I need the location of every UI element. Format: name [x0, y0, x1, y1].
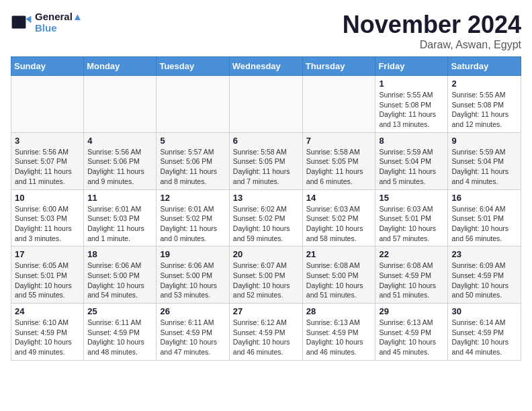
day-info: Sunrise: 6:03 AM Sunset: 5:01 PM Dayligh…: [379, 204, 444, 244]
day-info: Sunrise: 6:11 AM Sunset: 4:59 PM Dayligh…: [160, 318, 225, 357]
week-row-5: 24Sunrise: 6:10 AM Sunset: 4:59 PM Dayli…: [11, 304, 521, 361]
day-info: Sunrise: 6:10 AM Sunset: 4:59 PM Dayligh…: [15, 318, 80, 357]
day-number: 25: [87, 306, 152, 316]
day-info: Sunrise: 6:04 AM Sunset: 5:01 PM Dayligh…: [451, 204, 517, 244]
day-number: 13: [233, 193, 299, 203]
day-cell: 18Sunrise: 6:06 AM Sunset: 5:00 PM Dayli…: [84, 246, 157, 304]
day-number: 7: [306, 136, 372, 146]
day-number: 24: [15, 306, 80, 316]
day-info: Sunrise: 6:06 AM Sunset: 5:00 PM Dayligh…: [87, 261, 152, 300]
week-row-2: 3Sunrise: 5:56 AM Sunset: 5:07 PM Daylig…: [11, 132, 521, 189]
day-number: 21: [306, 249, 372, 259]
day-cell: 15Sunrise: 6:03 AM Sunset: 5:01 PM Dayli…: [375, 189, 448, 246]
day-cell: 16Sunrise: 6:04 AM Sunset: 5:01 PM Dayli…: [448, 189, 521, 246]
day-info: Sunrise: 5:58 AM Sunset: 5:05 PM Dayligh…: [306, 147, 372, 187]
svg-rect-0: [12, 15, 26, 28]
day-cell: 12Sunrise: 6:01 AM Sunset: 5:02 PM Dayli…: [157, 189, 229, 246]
day-number: 19: [160, 249, 225, 259]
day-cell: [84, 76, 157, 133]
day-number: 6: [233, 136, 299, 146]
column-header-monday: Monday: [84, 57, 157, 76]
day-info: Sunrise: 5:55 AM Sunset: 5:08 PM Dayligh…: [451, 90, 517, 130]
column-header-wednesday: Wednesday: [229, 57, 302, 76]
day-info: Sunrise: 6:08 AM Sunset: 4:59 PM Dayligh…: [379, 261, 444, 300]
day-cell: 26Sunrise: 6:11 AM Sunset: 4:59 PM Dayli…: [157, 304, 229, 361]
day-number: 15: [379, 193, 444, 203]
day-cell: [229, 76, 302, 133]
logo-text: General▲ Blue: [35, 11, 83, 34]
day-number: 9: [451, 136, 517, 146]
column-header-saturday: Saturday: [448, 57, 521, 76]
day-info: Sunrise: 6:13 AM Sunset: 4:59 PM Dayligh…: [379, 318, 444, 357]
day-info: Sunrise: 5:56 AM Sunset: 5:07 PM Dayligh…: [15, 147, 80, 187]
day-info: Sunrise: 6:14 AM Sunset: 4:59 PM Dayligh…: [451, 318, 517, 357]
day-cell: 2Sunrise: 5:55 AM Sunset: 5:08 PM Daylig…: [448, 76, 521, 133]
day-cell: 23Sunrise: 6:09 AM Sunset: 4:59 PM Dayli…: [448, 246, 521, 304]
month-title: November 2024: [343, 11, 521, 39]
day-number: 10: [15, 193, 80, 203]
day-number: 8: [379, 136, 444, 146]
day-number: 5: [160, 136, 225, 146]
day-info: Sunrise: 6:02 AM Sunset: 5:02 PM Dayligh…: [233, 204, 299, 244]
week-row-3: 10Sunrise: 6:00 AM Sunset: 5:03 PM Dayli…: [11, 189, 521, 246]
day-number: 14: [306, 193, 372, 203]
day-number: 29: [379, 306, 444, 316]
day-info: Sunrise: 5:59 AM Sunset: 5:04 PM Dayligh…: [451, 147, 517, 187]
day-info: Sunrise: 5:58 AM Sunset: 5:05 PM Dayligh…: [233, 147, 299, 187]
location: Daraw, Aswan, Egypt: [343, 39, 521, 51]
week-row-1: 1Sunrise: 5:55 AM Sunset: 5:08 PM Daylig…: [11, 76, 521, 133]
day-cell: 5Sunrise: 5:57 AM Sunset: 5:06 PM Daylig…: [157, 132, 229, 189]
day-number: 16: [451, 193, 517, 203]
day-info: Sunrise: 6:09 AM Sunset: 4:59 PM Dayligh…: [451, 261, 517, 300]
day-cell: 17Sunrise: 6:05 AM Sunset: 5:01 PM Dayli…: [11, 246, 84, 304]
day-info: Sunrise: 6:08 AM Sunset: 5:00 PM Dayligh…: [306, 261, 372, 300]
day-number: 22: [379, 249, 444, 259]
calendar-table: SundayMondayTuesdayWednesdayThursdayFrid…: [11, 56, 521, 361]
day-info: Sunrise: 6:00 AM Sunset: 5:03 PM Dayligh…: [15, 204, 80, 244]
day-info: Sunrise: 6:12 AM Sunset: 4:59 PM Dayligh…: [233, 318, 299, 357]
day-info: Sunrise: 6:13 AM Sunset: 4:59 PM Dayligh…: [306, 318, 372, 357]
column-header-thursday: Thursday: [302, 57, 375, 76]
day-number: 18: [87, 249, 152, 259]
day-cell: 4Sunrise: 5:56 AM Sunset: 5:06 PM Daylig…: [84, 132, 157, 189]
day-cell: 30Sunrise: 6:14 AM Sunset: 4:59 PM Dayli…: [448, 304, 521, 361]
day-number: 28: [306, 306, 372, 316]
day-cell: 7Sunrise: 5:58 AM Sunset: 5:05 PM Daylig…: [302, 132, 375, 189]
day-cell: [11, 76, 84, 133]
week-row-4: 17Sunrise: 6:05 AM Sunset: 5:01 PM Dayli…: [11, 246, 521, 304]
day-info: Sunrise: 6:03 AM Sunset: 5:02 PM Dayligh…: [306, 204, 372, 244]
day-number: 4: [87, 136, 152, 146]
day-number: 30: [451, 306, 517, 316]
day-info: Sunrise: 5:59 AM Sunset: 5:04 PM Dayligh…: [379, 147, 444, 187]
day-number: 11: [87, 193, 152, 203]
title-section: November 2024 Daraw, Aswan, Egypt: [343, 11, 521, 51]
day-cell: 20Sunrise: 6:07 AM Sunset: 5:00 PM Dayli…: [229, 246, 302, 304]
day-info: Sunrise: 6:01 AM Sunset: 5:02 PM Dayligh…: [160, 204, 225, 244]
column-header-sunday: Sunday: [11, 57, 84, 76]
day-info: Sunrise: 5:55 AM Sunset: 5:08 PM Dayligh…: [379, 90, 444, 130]
day-cell: 19Sunrise: 6:06 AM Sunset: 5:00 PM Dayli…: [157, 246, 229, 304]
svg-marker-1: [26, 15, 31, 23]
calendar-header-row: SundayMondayTuesdayWednesdayThursdayFrid…: [11, 57, 521, 76]
day-cell: 8Sunrise: 5:59 AM Sunset: 5:04 PM Daylig…: [375, 132, 448, 189]
day-cell: [157, 76, 229, 133]
day-number: 2: [451, 79, 517, 89]
day-cell: [302, 76, 375, 133]
day-cell: 29Sunrise: 6:13 AM Sunset: 4:59 PM Dayli…: [375, 304, 448, 361]
day-cell: 1Sunrise: 5:55 AM Sunset: 5:08 PM Daylig…: [375, 76, 448, 133]
day-cell: 3Sunrise: 5:56 AM Sunset: 5:07 PM Daylig…: [11, 132, 84, 189]
day-cell: 21Sunrise: 6:08 AM Sunset: 5:00 PM Dayli…: [302, 246, 375, 304]
day-cell: 10Sunrise: 6:00 AM Sunset: 5:03 PM Dayli…: [11, 189, 84, 246]
day-info: Sunrise: 6:06 AM Sunset: 5:00 PM Dayligh…: [160, 261, 225, 300]
day-number: 26: [160, 306, 225, 316]
day-number: 27: [233, 306, 299, 316]
day-cell: 9Sunrise: 5:59 AM Sunset: 5:04 PM Daylig…: [448, 132, 521, 189]
header: General▲ Blue November 2024 Daraw, Aswan…: [11, 11, 521, 51]
logo: General▲ Blue: [11, 11, 83, 34]
column-header-tuesday: Tuesday: [157, 57, 229, 76]
day-cell: 14Sunrise: 6:03 AM Sunset: 5:02 PM Dayli…: [302, 189, 375, 246]
day-number: 12: [160, 193, 225, 203]
day-cell: 24Sunrise: 6:10 AM Sunset: 4:59 PM Dayli…: [11, 304, 84, 361]
day-cell: 13Sunrise: 6:02 AM Sunset: 5:02 PM Dayli…: [229, 189, 302, 246]
day-cell: 28Sunrise: 6:13 AM Sunset: 4:59 PM Dayli…: [302, 304, 375, 361]
